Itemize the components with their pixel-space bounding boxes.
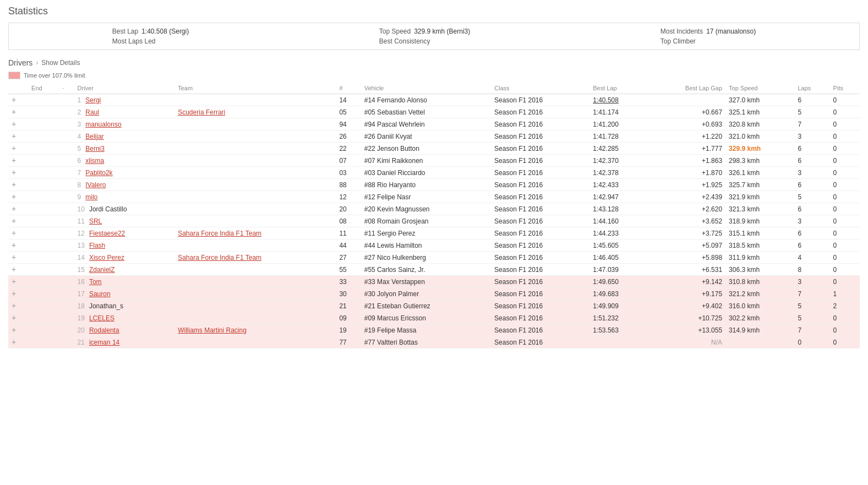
- driver-link[interactable]: Tom: [89, 278, 102, 286]
- bestlap-cell: 1:41.174: [589, 106, 647, 118]
- expand-icon[interactable]: +: [12, 265, 16, 274]
- driver-link[interactable]: Sauron: [89, 290, 111, 298]
- driver-link[interactable]: Flash: [89, 242, 105, 249]
- expand-icon[interactable]: +: [12, 337, 16, 346]
- expand-cell[interactable]: +: [8, 215, 28, 227]
- team-cell: Sahara Force India F1 Team: [174, 227, 336, 239]
- expand-icon[interactable]: +: [12, 132, 16, 140]
- vehicle-name: #94 Pascal Wehrlein: [364, 121, 425, 128]
- expand-cell[interactable]: +: [8, 167, 28, 179]
- expand-icon[interactable]: +: [12, 192, 16, 201]
- expand-icon[interactable]: +: [12, 107, 16, 116]
- driver-link[interactable]: manualonso: [85, 121, 121, 128]
- driver-link[interactable]: LCELES: [89, 314, 114, 322]
- expand-cell[interactable]: +: [8, 336, 28, 348]
- end-cell: [28, 227, 59, 239]
- expand-icon[interactable]: +: [12, 325, 16, 334]
- expand-cell[interactable]: +: [8, 203, 28, 215]
- show-details-button[interactable]: Show Details: [41, 59, 80, 67]
- expand-icon[interactable]: +: [12, 289, 16, 298]
- driver-link[interactable]: ZdanielZ: [89, 266, 115, 274]
- driver-link[interactable]: Pablito2k: [85, 169, 112, 177]
- expand-cell[interactable]: +: [8, 130, 28, 143]
- vehicle-name: #12 Felipe Nasr: [364, 193, 411, 201]
- expand-icon[interactable]: +: [12, 241, 16, 249]
- laps-cell: 6: [794, 239, 829, 252]
- pos-driver-cell: 16Tom: [74, 276, 175, 288]
- vehicle-name: #27 Nico Hulkenberg: [364, 254, 426, 261]
- team-link[interactable]: Williams Martini Racing: [178, 326, 247, 334]
- expand-cell[interactable]: +: [8, 118, 28, 130]
- expand-cell[interactable]: +: [8, 252, 28, 264]
- expand-icon[interactable]: +: [12, 228, 16, 237]
- class-value: Season F1 2016: [494, 205, 543, 213]
- pits-cell: 0: [830, 252, 860, 264]
- laps-value: 5: [798, 314, 801, 322]
- team-link[interactable]: Sahara Force India F1 Team: [178, 254, 261, 261]
- best-lap-value: 1:41.200: [593, 121, 619, 128]
- expand-cell[interactable]: +: [8, 191, 28, 203]
- best-lap-link[interactable]: 1:40.508: [593, 96, 619, 104]
- expand-cell[interactable]: +: [8, 143, 28, 155]
- gap-value: +1.220: [702, 133, 722, 140]
- expand-icon[interactable]: +: [12, 119, 16, 128]
- chevron-right-icon: ›: [36, 59, 38, 67]
- expand-cell[interactable]: +: [8, 94, 28, 106]
- driver-link[interactable]: Belijar: [85, 133, 103, 140]
- topspeed-cell: 326.1 kmh: [725, 167, 794, 179]
- driver-link[interactable]: Berni3: [85, 145, 105, 152]
- pits-cell: 0: [830, 191, 860, 203]
- expand-cell[interactable]: +: [8, 179, 28, 191]
- laps-value: 7: [798, 121, 801, 128]
- expand-cell[interactable]: +: [8, 312, 28, 324]
- expand-icon[interactable]: +: [12, 313, 16, 322]
- expand-icon[interactable]: +: [12, 144, 16, 152]
- expand-cell[interactable]: +: [8, 227, 28, 239]
- pits-cell: 1: [830, 288, 860, 300]
- team-link[interactable]: Sahara Force India F1 Team: [178, 230, 261, 237]
- team-link[interactable]: Scuderia Ferrari: [178, 108, 225, 116]
- vehicle-name: #05 Sebastian Vettel: [364, 108, 425, 116]
- top-speed-cell: 321.3 kmh: [729, 205, 760, 213]
- driver-link[interactable]: milo: [85, 193, 97, 201]
- top-speed-cell: 310.8 kmh: [729, 278, 760, 286]
- laps-cell: 7: [794, 324, 829, 336]
- pits-cell: 0: [830, 276, 860, 288]
- dot-cell: [59, 118, 74, 130]
- laps-cell: 5: [794, 300, 829, 312]
- expand-icon[interactable]: +: [12, 216, 16, 225]
- expand-cell[interactable]: +: [8, 106, 28, 118]
- expand-cell[interactable]: +: [8, 239, 28, 252]
- expand-icon[interactable]: +: [12, 156, 16, 165]
- driver-link[interactable]: IValero: [85, 181, 106, 189]
- expand-icon[interactable]: +: [12, 95, 16, 104]
- driver-link[interactable]: SRL: [89, 217, 102, 225]
- num-cell: 07: [336, 155, 361, 167]
- expand-icon[interactable]: +: [12, 168, 16, 177]
- expand-cell[interactable]: +: [8, 276, 28, 288]
- class-value: Season F1 2016: [494, 242, 543, 249]
- expand-cell[interactable]: +: [8, 264, 28, 276]
- driver-link[interactable]: Raul: [85, 108, 99, 116]
- driver-link[interactable]: iceman 14: [89, 339, 119, 346]
- driver-link[interactable]: Xisco Perez: [89, 254, 124, 261]
- expand-icon[interactable]: +: [12, 253, 16, 261]
- driver-link[interactable]: xlisma: [85, 157, 104, 165]
- vehicle-name: #55 Carlos Sainz, Jr.: [364, 266, 425, 274]
- expand-icon[interactable]: +: [12, 180, 16, 189]
- pits-cell: 0: [830, 143, 860, 155]
- expand-cell[interactable]: +: [8, 324, 28, 336]
- gap-value: +2.439: [702, 193, 722, 201]
- expand-cell[interactable]: +: [8, 300, 28, 312]
- expand-cell[interactable]: +: [8, 288, 28, 300]
- expand-icon[interactable]: +: [12, 301, 16, 310]
- expand-icon[interactable]: +: [12, 204, 16, 213]
- class-cell: Season F1 2016: [491, 300, 589, 312]
- driver-link[interactable]: Rodalenta: [89, 326, 119, 334]
- expand-icon[interactable]: +: [12, 277, 16, 286]
- num-cell: 55: [336, 264, 361, 276]
- driver-link[interactable]: Sergi: [85, 96, 101, 104]
- expand-cell[interactable]: +: [8, 155, 28, 167]
- driver-link[interactable]: Fiestaese22: [89, 230, 125, 237]
- bestlap-cell: 1:49.683: [589, 288, 647, 300]
